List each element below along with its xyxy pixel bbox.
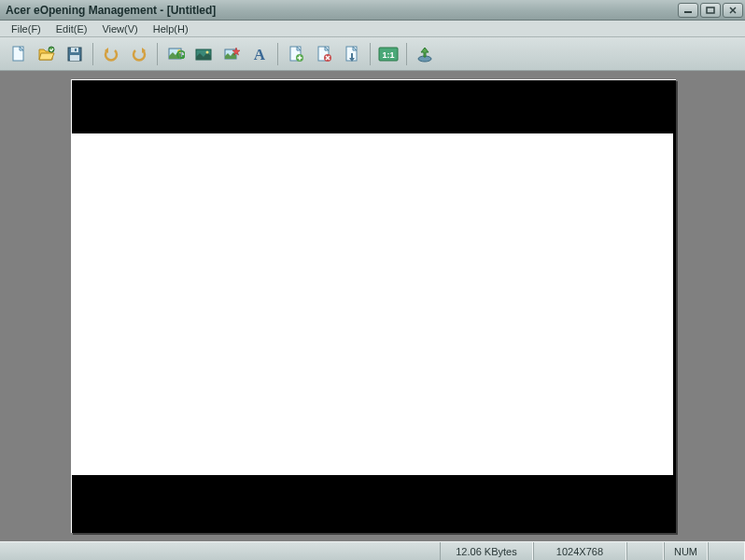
status-filesize: 12.06 KBytes	[440, 542, 533, 560]
toolbar: A 1:1	[0, 37, 745, 71]
page-add-button[interactable]	[283, 41, 309, 67]
titlebar: Acer eOpening Management - [Untitled]	[0, 0, 745, 21]
ratio-button[interactable]: 1:1	[375, 41, 401, 67]
svg-rect-1	[707, 7, 714, 13]
upload-button[interactable]	[412, 41, 438, 67]
status-blank2	[708, 542, 745, 560]
image-refresh-icon	[166, 45, 185, 63]
svg-rect-7	[75, 49, 77, 51]
minimize-button[interactable]	[678, 3, 698, 18]
close-button[interactable]	[723, 3, 743, 18]
toolbar-separator	[370, 43, 371, 65]
toolbar-separator	[92, 43, 93, 65]
toolbar-separator	[277, 43, 278, 65]
page-add-icon	[287, 45, 305, 63]
menu-file[interactable]: File(F)	[4, 22, 49, 35]
menu-edit[interactable]: Edit(E)	[49, 22, 95, 35]
save-button[interactable]	[62, 41, 88, 67]
page-del-button[interactable]	[311, 41, 337, 67]
image-star-button[interactable]	[218, 41, 245, 67]
statusbar: 12.06 KBytes 1024X768 NUM	[0, 541, 745, 560]
image-star-icon	[222, 45, 241, 63]
canvas-content[interactable]	[72, 133, 673, 475]
menubar: File(F) Edit(E) View(V) Help(H)	[0, 21, 745, 37]
minimize-icon	[683, 7, 693, 14]
text-button[interactable]: A	[246, 41, 273, 67]
new-doc-icon	[9, 45, 28, 63]
undo-icon	[102, 45, 120, 63]
maximize-button[interactable]	[700, 3, 721, 18]
image-landscape-button[interactable]	[190, 41, 217, 67]
svg-rect-6	[70, 55, 79, 61]
close-icon	[728, 7, 738, 14]
menu-help[interactable]: Help(H)	[146, 22, 196, 35]
upload-icon	[415, 45, 434, 63]
image-landscape-icon	[194, 45, 213, 63]
window-controls	[678, 3, 743, 18]
maximize-icon	[706, 7, 715, 14]
image-refresh-button[interactable]	[162, 41, 189, 67]
status-resolution: 1024X768	[533, 542, 626, 560]
window-title: Acer eOpening Management - [Untitled]	[6, 4, 678, 17]
toolbar-separator	[157, 43, 158, 65]
page-arrow-icon	[343, 45, 361, 63]
redo-button[interactable]	[126, 41, 152, 67]
undo-button[interactable]	[98, 41, 124, 67]
page-arrow-button[interactable]	[339, 41, 365, 67]
text-a-icon: A	[250, 45, 269, 63]
svg-point-11	[206, 50, 209, 53]
open-button[interactable]	[34, 41, 60, 67]
status-numlock: NUM	[664, 542, 708, 560]
svg-rect-0	[684, 11, 692, 13]
canvas-frame[interactable]	[71, 79, 676, 533]
workspace	[0, 71, 745, 541]
ratio-11-icon: 1:1	[378, 46, 399, 63]
toolbar-separator	[406, 43, 407, 65]
svg-text:1:1: 1:1	[382, 50, 394, 60]
redo-icon	[130, 45, 148, 63]
status-blank1	[626, 542, 664, 560]
menu-view[interactable]: View(V)	[94, 22, 145, 35]
open-folder-icon	[37, 45, 56, 63]
new-button[interactable]	[6, 41, 32, 67]
save-disk-icon	[65, 45, 84, 63]
svg-text:A: A	[254, 46, 266, 63]
page-del-icon	[315, 45, 333, 63]
